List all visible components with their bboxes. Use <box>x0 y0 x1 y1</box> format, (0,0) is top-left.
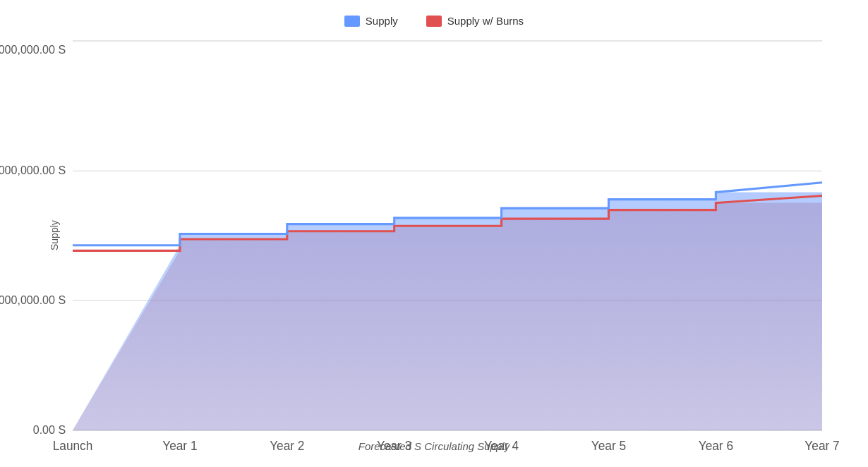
chart-svg: 0.00 S 2,000,000,000.00 S 4,000,000,000.… <box>73 41 822 430</box>
burns-label: Supply w/ Burns <box>447 15 524 27</box>
svg-text:2,000,000,000.00 S: 2,000,000,000.00 S <box>0 293 66 305</box>
legend: Supply Supply w/ Burns <box>344 15 524 27</box>
supply-area <box>73 183 822 430</box>
chart-inner: 0.00 S 2,000,000,000.00 S 4,000,000,000.… <box>66 41 822 430</box>
svg-text:Year 3: Year 3 <box>377 438 411 452</box>
legend-supply: Supply <box>344 15 398 27</box>
svg-text:Year 4: Year 4 <box>484 438 519 452</box>
supply-color-swatch <box>344 16 360 27</box>
svg-text:6,000,000,000.00 S: 6,000,000,000.00 S <box>0 42 66 55</box>
svg-text:Year 2: Year 2 <box>270 438 304 452</box>
svg-text:4,000,000,000.00 S: 4,000,000,000.00 S <box>0 164 66 176</box>
y-axis-label: Supply <box>46 41 63 430</box>
svg-text:Year 5: Year 5 <box>591 438 626 452</box>
chart-container: Supply Supply w/ Burns Supply <box>46 15 822 452</box>
burns-color-swatch <box>426 16 442 27</box>
chart-plot-area: 0.00 S 2,000,000,000.00 S 4,000,000,000.… <box>73 41 822 430</box>
svg-text:0.00 S: 0.00 S <box>33 423 66 436</box>
chart-area: Supply <box>46 41 822 430</box>
svg-text:Year 1: Year 1 <box>162 438 197 452</box>
svg-text:Launch: Launch <box>53 438 93 452</box>
svg-text:Year 6: Year 6 <box>699 438 733 452</box>
supply-label: Supply <box>366 15 398 27</box>
svg-text:Year 7: Year 7 <box>804 438 839 452</box>
legend-burns: Supply w/ Burns <box>426 15 524 27</box>
